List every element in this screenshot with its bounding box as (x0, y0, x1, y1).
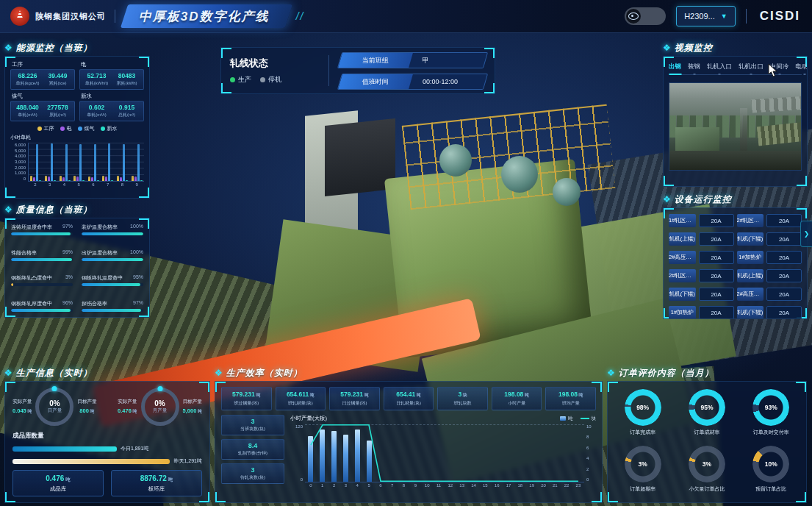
energy-stat-group: 新水0.602单耗(m³/t)0.915总耗(m³) (79, 93, 144, 121)
energy-stat-value: 80483 (112, 72, 142, 79)
equipment-name[interactable]: 1#轧区辅… (669, 214, 696, 227)
legend-label: 煤气 (85, 125, 95, 132)
quality-metric-value: 99% (62, 249, 73, 257)
order-donut-value: 95% (689, 389, 725, 426)
order-donut: 98% (625, 389, 661, 426)
line-select-dropdown[interactable]: H2309... ▼ (676, 6, 736, 26)
visibility-toggle[interactable] (625, 7, 666, 25)
order-donut: 10% (752, 446, 789, 482)
axis-tick: 8 (586, 435, 596, 439)
efficiency-card-label: 班轧块数 (439, 400, 486, 407)
axis-tick: 10 (421, 483, 433, 488)
efficiency-side-value: 3 (223, 418, 282, 425)
quality-metric-head: 装炉温度合格率100% (82, 224, 143, 231)
energy-stat-value: 52.713 (82, 72, 112, 79)
panel-title-icon: ❖ (4, 368, 12, 377)
gauge-target-value: 5,000 吨 (183, 407, 202, 415)
equipment-name[interactable]: 轧机(上辊) (737, 269, 764, 282)
warehouse-box: 0.476吨成品库 (12, 470, 104, 496)
equipment-name[interactable]: 轧机(上辊) (669, 232, 696, 246)
equipment-value: 20A (766, 232, 802, 246)
energy-stat-cell: 39.449累耗(tce) (43, 72, 73, 87)
axis-tick: 19 (526, 483, 538, 488)
status-dot (260, 77, 265, 82)
divider (328, 55, 329, 86)
equipment-name[interactable]: 轧机(下辊) (669, 288, 696, 301)
panel-title: 订单评价内容（当月） (619, 367, 714, 380)
axis-tick: 0 (290, 477, 303, 482)
panel-title-icon: ❖ (4, 43, 12, 52)
camera-tab-4[interactable]: 轧机出口 (739, 63, 764, 71)
gauge-actual-unit: 吨 (26, 409, 32, 413)
legend-dot (78, 126, 82, 131)
progress-track (82, 258, 143, 261)
efficiency-side-card: 3当班块数(块) (221, 415, 284, 435)
panel-title-icon: ❖ (4, 205, 12, 214)
efficiency-card-label: 日过钢量(坯) (331, 400, 378, 407)
panel-title: 质量信息（当班） (16, 204, 93, 216)
gauge-target-label: 目标产量 (77, 399, 96, 405)
camera-tab-3[interactable]: 轧机入口 (707, 63, 732, 71)
axis-tick: 14 (468, 483, 480, 488)
progress-track (82, 232, 143, 235)
panel-collapse-handle[interactable]: ❯ (800, 221, 812, 247)
equipment-name[interactable]: 2#轧区辅… (737, 214, 764, 227)
progress-fill (82, 309, 141, 312)
equipment-name[interactable]: 2#高压除… (669, 251, 696, 264)
efficiency-card-label: 班均产量 (547, 400, 594, 407)
quality-metric-head: 钢板终轧温度命中95% (82, 274, 143, 282)
bar (123, 144, 125, 181)
quality-metric: 探伤合格率97% (82, 300, 143, 312)
camera-feed-art (751, 96, 802, 113)
equipment-name[interactable]: 1#加热炉 (669, 306, 696, 319)
bar (120, 177, 122, 181)
camera-tab-1[interactable]: 出钢 (669, 63, 681, 71)
camera-feed[interactable] (669, 82, 802, 171)
equipment-name[interactable]: 轧机(下辊) (737, 232, 764, 246)
order-donut-grid: 98%订单完成率95%订单成材率93%订单及时交付率3%订单超期率3%小欠量订单… (607, 381, 807, 503)
bar-group (102, 143, 113, 181)
equipment-name[interactable]: 2#轧区辅… (669, 269, 696, 282)
efficiency-card-unit: 吨 (578, 393, 583, 397)
bar (134, 177, 137, 181)
equipment-name[interactable]: 1#加热炉 (737, 251, 764, 264)
camera-feed-art (669, 151, 801, 170)
progress-fill (11, 309, 71, 312)
progress-track (11, 258, 73, 261)
quality-metric: 装炉温度合格率100% (82, 224, 143, 235)
camera-tab-5[interactable]: 中间冷 (770, 63, 789, 71)
efficiency-side-card: 8.4轧制节奏(分钟) (221, 439, 284, 460)
bar-group (88, 143, 99, 181)
energy-stat-label: 累耗(m³) (43, 112, 73, 118)
camera-feed-art (675, 127, 719, 152)
bar (45, 176, 47, 181)
hourly-chart-left-axis: 1200 (290, 424, 305, 482)
efficiency-card-unit: 吨 (309, 393, 315, 397)
axis-tick: 12 (445, 483, 456, 488)
quality-metric-value: 3% (65, 274, 73, 282)
energy-stat-label: 单耗(kWh/t) (82, 80, 112, 87)
energy-stat-name: 电 (81, 61, 144, 68)
order-donut-value: 98% (625, 389, 661, 426)
camera-tab-6[interactable]: 电动热 (796, 63, 808, 71)
equipment-name[interactable]: 轧机(下辊) (737, 306, 764, 319)
axis-tick: 17 (503, 483, 514, 488)
progress-track (11, 232, 73, 235)
bar (105, 177, 107, 181)
line-status-legend: 生产停机 (230, 75, 318, 85)
scene-yellow-scaffold (402, 104, 615, 210)
equipment-value: 20A (699, 288, 734, 301)
bar-group (60, 143, 71, 181)
efficiency-card-unit: 吨 (255, 393, 261, 397)
camera-tab-2[interactable]: 装钢 (688, 63, 700, 71)
output-gauges: 实际产量0.045 吨0%日产量目标产量800 吨实际产量0.476 吨0%月产… (12, 388, 202, 426)
equipment-name[interactable]: 2#高压除… (737, 288, 764, 301)
progress-track (82, 283, 143, 286)
shift-badge-value: 00:00-12:00 (409, 74, 487, 89)
warehouse-unit: 吨 (65, 477, 71, 482)
energy-chart-xaxis: 23456789 (28, 182, 144, 187)
bar-group (73, 143, 85, 181)
scene-teal-drum (553, 178, 581, 206)
efficiency-side-label: 当班块数(块) (223, 426, 282, 432)
quality-metric: 钢板终轧凸度命中3% (11, 274, 73, 286)
